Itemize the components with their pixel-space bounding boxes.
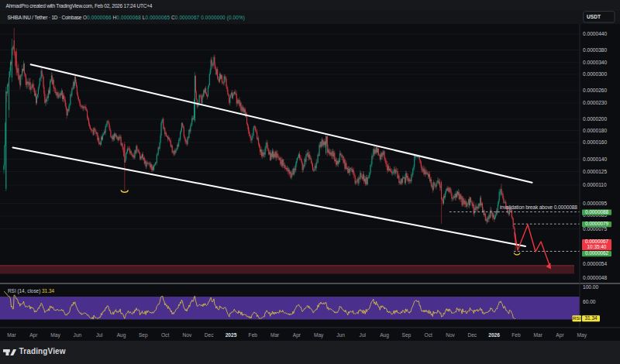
svg-text:May: May (314, 332, 324, 338)
svg-text:Jun: Jun (74, 332, 82, 338)
svg-text:0.0000300: 0.0000300 (583, 71, 608, 77)
svg-text:Jul: Jul (96, 332, 103, 338)
svg-text:Apr: Apr (556, 332, 564, 338)
svg-text:Sep: Sep (402, 332, 412, 338)
svg-text:Oct: Oct (425, 332, 432, 338)
svg-text:0.0000054: 0.0000054 (583, 261, 608, 266)
svg-text:SHIBA INU / Tether · 1D · Coin: SHIBA INU / Tether · 1D · Coinbase (7, 15, 81, 20)
svg-text:0.0000230: 0.0000230 (583, 100, 608, 105)
svg-text:0.0000095: 0.0000095 (583, 201, 608, 206)
svg-text:Aug: Aug (380, 332, 389, 338)
svg-text:O0.0000066 H0.0000068 L0.00000: O0.0000066 H0.0000068 L0.0000065 C0.0000… (83, 15, 245, 21)
svg-text:0.0000048: 0.0000048 (583, 275, 608, 280)
svg-text:Nov: Nov (183, 332, 192, 338)
svg-text:invalidation break above 0.000: invalidation break above 0.0000088 (500, 204, 577, 210)
svg-text:0.0000340: 0.0000340 (583, 60, 608, 65)
svg-text:Oct: Oct (161, 332, 169, 338)
svg-text:Jul: Jul (360, 332, 367, 338)
svg-text:May: May (577, 332, 587, 338)
svg-text:0.0000440: 0.0000440 (583, 31, 608, 36)
svg-text:0.0000062: 0.0000062 (585, 250, 609, 256)
svg-text:Dec: Dec (205, 332, 214, 338)
svg-text:2026: 2026 (488, 332, 500, 338)
svg-text:0.0000200: 0.0000200 (583, 116, 608, 122)
svg-text:Feb: Feb (249, 332, 258, 338)
svg-text:USDT: USDT (587, 14, 601, 19)
svg-text:100.00: 100.00 (583, 284, 599, 290)
svg-text:10:35:40: 10:35:40 (587, 244, 607, 249)
svg-text:RSI (14, close) 31.34: RSI (14, close) 31.34 (8, 288, 54, 294)
svg-text:Aug: Aug (117, 332, 126, 338)
svg-text:Apr: Apr (293, 332, 301, 338)
svg-text:0.0000260: 0.0000260 (583, 88, 608, 93)
svg-text:0.0000110: 0.0000110 (583, 182, 607, 187)
svg-text:2025: 2025 (226, 332, 237, 338)
svg-text:Dec: Dec (467, 332, 477, 338)
svg-text:31.34: 31.34 (585, 315, 598, 321)
svg-text:Nov: Nov (446, 332, 455, 338)
svg-text:0.0000160: 0.0000160 (583, 139, 608, 145)
svg-text:Mar: Mar (534, 332, 543, 338)
svg-text:Feb: Feb (512, 332, 521, 338)
svg-text:RSI: RSI (573, 315, 581, 321)
svg-text:0.0000180: 0.0000180 (583, 128, 608, 133)
svg-text:60.00: 60.00 (583, 299, 596, 304)
svg-text:0.0000079: 0.0000079 (585, 221, 609, 226)
svg-text:Mar: Mar (270, 332, 280, 338)
svg-text:0.0000380: 0.0000380 (583, 47, 608, 53)
svg-text:Apr: Apr (29, 332, 38, 338)
svg-text:Mar: Mar (7, 332, 16, 338)
svg-text:May: May (50, 332, 60, 338)
svg-text:Jun: Jun (336, 332, 345, 338)
svg-text:TradingView: TradingView (19, 347, 66, 355)
svg-text:Sep: Sep (139, 332, 148, 338)
svg-text:0.0000088: 0.0000088 (585, 209, 609, 215)
svg-text:0.0000125: 0.0000125 (583, 169, 608, 174)
svg-text:0.0000140: 0.0000140 (583, 156, 608, 162)
svg-text:AhmadPro created with TradingV: AhmadPro created with TradingView.com, F… (6, 3, 153, 9)
